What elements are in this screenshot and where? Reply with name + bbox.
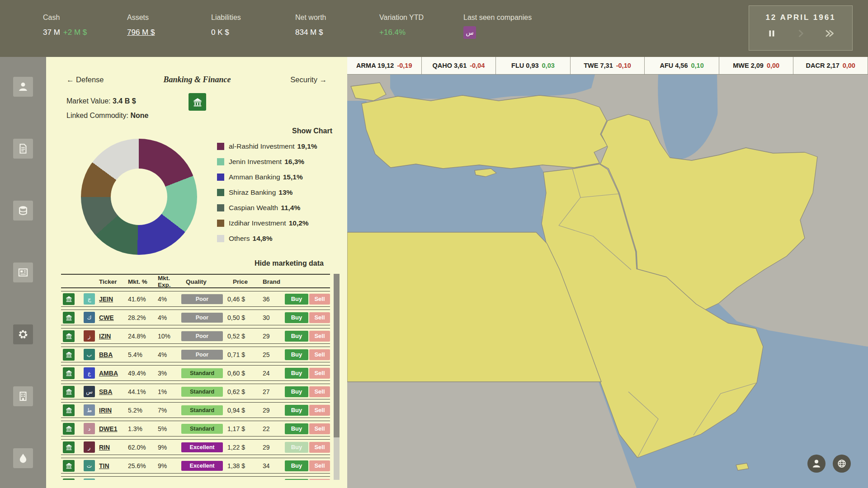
legend-item: al-Rashid Investment19,1% — [217, 142, 347, 150]
sidebar-item-companies[interactable] — [13, 386, 33, 406]
ticker-link[interactable]: CWE — [99, 314, 127, 321]
ticker-link[interactable]: TIN — [99, 462, 127, 469]
sidebar-item-settings[interactable] — [13, 324, 33, 344]
buy-button[interactable]: Buy — [285, 368, 308, 379]
last-seen-company-chip[interactable]: س — [463, 26, 476, 39]
sell-button[interactable]: Sell — [309, 294, 330, 305]
population-button[interactable] — [807, 455, 826, 473]
buy-button[interactable]: Buy — [285, 331, 308, 342]
ticker-cell-TWE[interactable]: TWE 7,31-0,10 — [571, 57, 645, 74]
sell-button[interactable]: Sell — [309, 331, 330, 342]
ticker-change: 0,00 — [767, 62, 779, 69]
play-button[interactable] — [796, 28, 806, 38]
company-logo[interactable]: ع — [84, 367, 95, 379]
company-logo[interactable]: د — [84, 423, 95, 434]
sector-title: Banking & Finance — [163, 75, 231, 84]
ticker-cell-AFU[interactable]: AFU 4,560,10 — [645, 57, 719, 74]
bank-icon[interactable] — [63, 330, 75, 342]
prev-sector-button[interactable]: ← Defense — [66, 75, 104, 84]
bank-icon[interactable] — [63, 293, 75, 305]
bank-icon[interactable] — [63, 404, 75, 416]
table-row: رRIN62.0%9%Excellent1,22 $29BuySell — [61, 439, 330, 455]
company-logo[interactable]: ز — [84, 330, 95, 342]
ticker-link[interactable]: IZIN — [99, 333, 127, 340]
buy-button[interactable]: Buy — [285, 423, 308, 434]
bank-icon[interactable] — [63, 367, 75, 379]
mkt-share: 49.4% — [128, 370, 157, 377]
sell-button[interactable]: Sell — [309, 368, 330, 379]
fast-forward-button[interactable] — [825, 28, 835, 38]
sidebar-item-person[interactable] — [13, 77, 33, 97]
mkt-share: 44.1% — [128, 388, 157, 395]
company-logo[interactable]: ت — [84, 460, 95, 471]
quality-badge: Poor — [181, 313, 223, 323]
world-map[interactable] — [347, 75, 868, 488]
company-logo[interactable]: ج — [84, 293, 95, 305]
sell-button[interactable]: Sell — [309, 442, 330, 453]
ticker-link[interactable]: JEIN — [99, 296, 127, 303]
sell-button[interactable] — [309, 479, 330, 480]
bank-icon[interactable] — [63, 312, 75, 324]
ticker-cell-ARMA[interactable]: ARMA 19,12-0,19 — [347, 57, 422, 74]
bank-icon[interactable] — [63, 349, 75, 361]
stat-label: Assets — [127, 14, 211, 22]
sell-button[interactable]: Sell — [309, 349, 330, 360]
world-view-button[interactable] — [833, 455, 851, 473]
person-icon — [811, 458, 822, 469]
legend-swatch — [217, 235, 224, 242]
time-controls — [767, 28, 835, 38]
bank-icon[interactable] — [63, 441, 75, 453]
show-chart-button[interactable]: Show Chart — [217, 127, 347, 135]
sell-button[interactable]: Sell — [309, 423, 330, 434]
bank-icon[interactable] — [63, 460, 75, 472]
company-logo[interactable]: ر — [84, 441, 95, 453]
ticker-cell-FLU[interactable]: FLU 0,930,03 — [496, 57, 571, 74]
ticker-cell-DACR[interactable]: DACR 2,170,00 — [793, 57, 868, 74]
legend-swatch — [217, 220, 224, 227]
sell-button[interactable]: Sell — [309, 405, 330, 416]
buy-button[interactable]: Buy — [285, 442, 308, 453]
ticker-link[interactable]: AMBA — [99, 370, 127, 377]
company-logo[interactable]: س — [84, 386, 95, 397]
sector-bank-button[interactable] — [189, 93, 206, 111]
hide-marketing-button[interactable]: Hide marketing data — [46, 259, 347, 267]
ticker-cell-QAHO[interactable]: QAHO 3,61-0,04 — [422, 57, 496, 74]
sidebar-item-news[interactable] — [13, 263, 33, 282]
stat-value[interactable]: 796 M $ — [127, 28, 211, 37]
col-brand: Brand — [263, 278, 284, 285]
buy-button[interactable]: Buy — [285, 405, 308, 416]
company-logo[interactable]: ط — [84, 404, 95, 416]
scrollbar-thumb[interactable] — [334, 274, 340, 437]
ticker-link[interactable]: DWE1 — [99, 425, 127, 432]
ticker-link[interactable]: SBA — [99, 388, 127, 395]
sidebar-item-oil[interactable] — [13, 448, 33, 468]
buy-button[interactable] — [285, 479, 308, 480]
sell-button[interactable]: Sell — [309, 312, 330, 323]
sidebar-item-resources[interactable] — [13, 201, 33, 221]
buy-button[interactable]: Buy — [285, 349, 308, 360]
company-logo[interactable]: ب — [84, 349, 95, 360]
price: 0,60 $ — [227, 370, 262, 377]
pause-button[interactable] — [767, 28, 777, 38]
sell-button[interactable]: Sell — [309, 386, 330, 397]
buy-button[interactable]: Buy — [285, 294, 308, 305]
ticker-cell-MWE[interactable]: MWE 2,090,00 — [719, 57, 794, 74]
company-logo[interactable] — [84, 479, 95, 480]
quality-badge: Standard — [181, 387, 223, 397]
sidebar-item-documents[interactable] — [13, 139, 33, 159]
sell-button[interactable]: Sell — [309, 460, 330, 471]
company-logo[interactable]: ك — [84, 312, 95, 323]
next-sector-button[interactable]: Security → — [290, 75, 327, 84]
ticker-link[interactable]: BBA — [99, 351, 127, 358]
bank-icon[interactable] — [63, 386, 75, 398]
ticker-link[interactable]: RIN — [99, 444, 127, 451]
ticker-link[interactable]: IRIN — [99, 407, 127, 414]
buy-button[interactable]: Buy — [285, 460, 308, 471]
bank-icon[interactable] — [63, 479, 75, 480]
buy-button[interactable]: Buy — [285, 386, 308, 397]
settings-icon — [17, 328, 29, 340]
bank-icon[interactable] — [63, 423, 75, 435]
legend-item: Others14,8% — [217, 235, 347, 243]
ticker-symbol-price: ARMA 19,12 — [356, 62, 394, 69]
buy-button[interactable]: Buy — [285, 312, 308, 323]
